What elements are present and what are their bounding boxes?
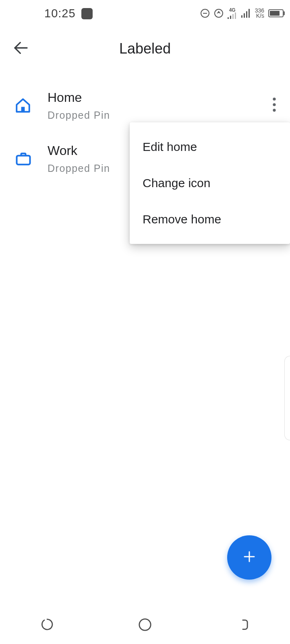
svg-rect-5 <box>232 14 234 19</box>
context-menu: Edit home Change icon Remove home <box>130 122 290 244</box>
svg-rect-16 <box>17 156 30 165</box>
arrow-back-icon <box>13 50 29 57</box>
svg-rect-4 <box>230 16 231 19</box>
system-nav-bar <box>0 607 290 644</box>
svg-rect-8 <box>244 13 245 18</box>
menu-item-remove-home[interactable]: Remove home <box>130 201 290 237</box>
signal-icon <box>241 9 251 18</box>
cast-icon <box>214 8 224 18</box>
svg-point-13 <box>273 98 276 101</box>
nav-back-icon <box>235 626 249 633</box>
status-right: 4G 336 K/s <box>200 8 284 19</box>
home-icon <box>14 97 35 114</box>
page-title: Labeled <box>119 40 171 57</box>
svg-point-15 <box>273 109 276 111</box>
app-header: Labeled <box>0 27 290 71</box>
add-label-fab[interactable] <box>227 535 271 580</box>
svg-rect-3 <box>228 17 229 19</box>
briefcase-icon <box>14 150 35 167</box>
more-vert-icon <box>272 97 276 114</box>
status-bar: 10:25 4G 336 K/s <box>0 0 290 27</box>
svg-point-22 <box>139 619 151 630</box>
notification-indicator-icon <box>81 8 93 19</box>
nav-home-icon <box>138 626 152 633</box>
edge-panel-handle[interactable] <box>284 356 290 440</box>
battery-icon <box>268 9 284 17</box>
back-button[interactable] <box>6 33 35 64</box>
network-speed: 336 K/s <box>255 8 264 19</box>
svg-rect-7 <box>241 15 242 18</box>
nav-recent-button[interactable] <box>25 613 71 638</box>
svg-point-14 <box>273 103 276 106</box>
nav-back-button[interactable] <box>219 613 265 638</box>
svg-point-2 <box>215 9 223 17</box>
svg-rect-12 <box>21 107 25 112</box>
status-left: 10:25 <box>44 7 93 20</box>
svg-rect-9 <box>246 11 247 18</box>
nav-home-button[interactable] <box>122 613 168 638</box>
svg-rect-6 <box>235 12 236 19</box>
signal-4g-icon: 4G <box>228 8 237 19</box>
status-time: 10:25 <box>44 7 76 20</box>
item-subtitle: Dropped Pin <box>48 109 268 121</box>
svg-rect-10 <box>249 9 250 18</box>
more-options-button[interactable] <box>268 89 280 122</box>
do-not-disturb-icon <box>200 8 210 18</box>
menu-item-edit-home[interactable]: Edit home <box>130 129 290 165</box>
recent-apps-icon <box>41 626 55 633</box>
item-title: Home <box>48 90 268 105</box>
plus-icon <box>242 549 257 566</box>
menu-item-change-icon[interactable]: Change icon <box>130 165 290 201</box>
item-text: Home Dropped Pin <box>48 90 268 121</box>
